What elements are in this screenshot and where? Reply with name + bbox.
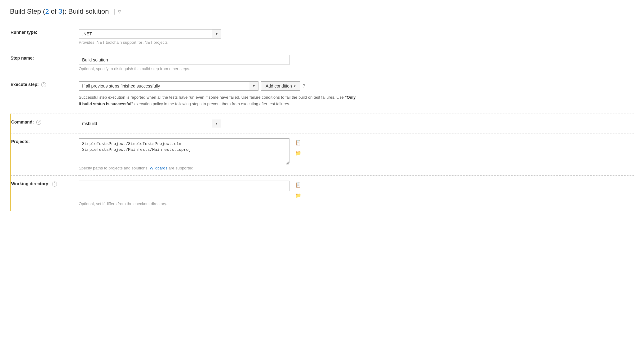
title-text: Build Step (2 of 3): Build solution [10, 7, 109, 16]
working-directory-row: Working directory: ? 📋 📁 Optional, set i… [11, 175, 634, 211]
projects-clipboard-icon[interactable]: 📋 [294, 138, 302, 147]
runner-type-hint: Provides .NET toolchain support for .NET… [79, 40, 634, 45]
working-directory-field-group: 📋 📁 [79, 181, 634, 200]
projects-label: Projects: [11, 133, 79, 175]
runner-type-row: Runner type: .NET Provides .NET toolchai… [11, 24, 634, 50]
execute-step-select[interactable]: If all previous steps finished successfu… [79, 82, 258, 90]
command-label: Command: ? [11, 114, 79, 133]
title-divider: | [114, 8, 115, 15]
command-select[interactable]: msbuilddotnet [79, 119, 221, 128]
execute-step-help-icon[interactable]: ? [41, 82, 46, 87]
working-dir-folder-icon[interactable]: 📁 [294, 191, 302, 200]
step-name-input[interactable] [79, 55, 289, 65]
runner-type-input-row: .NET [79, 29, 634, 38]
working-directory-hint: Optional, set if differs from the checko… [79, 201, 634, 206]
working-dir-clipboard-icon[interactable]: 📋 [294, 181, 302, 189]
step-name-label: Step name: [11, 50, 79, 76]
working-directory-help-icon[interactable]: ? [52, 182, 57, 187]
command-select-wrapper[interactable]: msbuilddotnet [79, 119, 221, 128]
execute-step-select-wrapper[interactable]: If all previous steps finished successfu… [79, 81, 258, 91]
projects-field-group: SimpleTestsProject/SimpleTestsProject.sl… [79, 138, 634, 164]
resize-handle-icon[interactable]: ◢ [286, 160, 289, 164]
projects-content: SimpleTestsProject/SimpleTestsProject.sl… [79, 133, 634, 175]
runner-type-label: Runner type: [11, 24, 79, 50]
execute-step-label: Execute step: ? [11, 76, 79, 114]
runner-type-content: .NET Provides .NET toolchain support for… [79, 24, 634, 50]
execute-step-content: If all previous steps finished successfu… [79, 76, 634, 114]
runner-type-select[interactable]: .NET [79, 29, 221, 38]
execute-step-input-row: If all previous steps finished successfu… [79, 81, 634, 91]
add-condition-arrow-icon: ▾ [294, 84, 296, 88]
add-condition-button[interactable]: Add condition ▾ [261, 81, 300, 91]
working-directory-input[interactable] [79, 181, 289, 191]
projects-textarea[interactable]: SimpleTestsProject/SimpleTestsProject.sl… [79, 138, 289, 163]
step-name-content: Optional, specify to distinguish this bu… [79, 50, 634, 76]
runner-type-select-wrapper[interactable]: .NET [79, 29, 221, 38]
working-dir-icon-group: 📋 📁 [294, 181, 302, 200]
projects-row: Projects: SimpleTestsProject/SimpleTests… [11, 133, 634, 175]
step-name-row: Step name: Optional, specify to distingu… [11, 50, 634, 76]
projects-folder-icon[interactable]: 📁 [294, 149, 302, 158]
projects-textarea-wrapper: SimpleTestsProject/SimpleTestsProject.sl… [79, 138, 289, 164]
working-directory-content: 📋 📁 Optional, set if differs from the ch… [79, 175, 634, 211]
projects-hint: Specify paths to projects and solutions.… [79, 166, 634, 170]
execute-step-row: Execute step: ? If all previous steps fi… [11, 76, 634, 114]
form-table: Runner type: .NET Provides .NET toolchai… [10, 24, 634, 211]
projects-icon-group: 📋 📁 [294, 138, 302, 158]
working-directory-label: Working directory: ? [11, 175, 79, 211]
command-content: msbuilddotnet [79, 114, 634, 133]
title-dropdown-arrow[interactable]: ▽ [118, 9, 121, 14]
command-row: Command: ? msbuilddotnet [11, 114, 634, 133]
add-condition-help-icon[interactable]: ? [303, 83, 305, 88]
step-name-hint: Optional, specify to distinguish this bu… [79, 66, 634, 71]
command-help-icon[interactable]: ? [36, 120, 41, 125]
execute-step-info: Successful step execution is reported wh… [79, 91, 358, 109]
wildcards-link[interactable]: Wildcards [150, 166, 167, 170]
page-title: Build Step (2 of 3): Build solution | ▽ [10, 7, 634, 16]
